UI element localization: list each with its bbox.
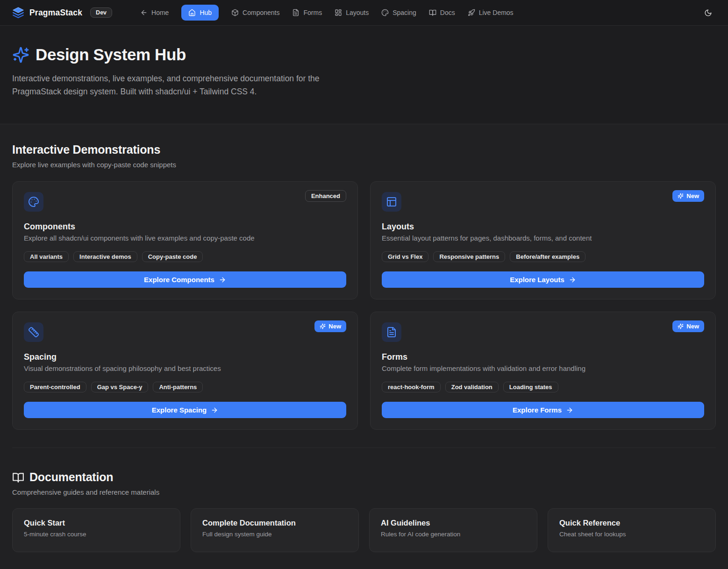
button-label: Explore Layouts — [510, 276, 564, 284]
tag: Before/after examples — [510, 251, 585, 262]
explore-components-button[interactable]: Explore Components — [24, 271, 346, 288]
nav-item-components[interactable]: Components — [231, 9, 279, 16]
book-open-icon — [12, 471, 24, 484]
nav-item-spacing-label: Spacing — [393, 9, 416, 16]
ruler-icon — [28, 327, 39, 338]
page-title: Design System Hub — [36, 45, 186, 64]
tag: Loading states — [503, 382, 558, 392]
tag: react-hook-form — [382, 382, 441, 392]
tag: Zod validation — [445, 382, 499, 392]
tag: Interactive demos — [73, 251, 137, 262]
page-description: Interactive demonstrations, live example… — [12, 72, 362, 99]
nav-item-docs[interactable]: Docs — [429, 9, 455, 16]
new-badge: New — [314, 320, 346, 332]
sparkles-icon — [320, 323, 326, 329]
nav-item-forms-label: Forms — [303, 9, 322, 16]
book-open-icon — [429, 9, 436, 16]
arrow-right-icon — [569, 276, 576, 284]
card-title: Layouts — [382, 222, 704, 232]
panels-top-left-icon — [386, 196, 397, 207]
nav-back-home[interactable]: Home — [140, 9, 169, 16]
demo-card-forms: New Forms Complete form implementations … — [370, 312, 716, 430]
main-content: Interactive Demonstrations Explore live … — [0, 124, 728, 552]
nav-item-layouts-label: Layouts — [346, 9, 369, 16]
moon-icon — [704, 9, 712, 17]
explore-spacing-button[interactable]: Explore Spacing — [24, 402, 346, 418]
demo-card-components: Enhanced Components Explore all shadcn/u… — [12, 181, 358, 299]
nav-item-live-demos[interactable]: Live Demos — [468, 9, 514, 16]
tag-row: Parent-controlled Gap vs Space-y Anti-pa… — [24, 382, 346, 392]
file-text-icon — [292, 9, 300, 16]
new-badge: New — [672, 320, 704, 332]
tag: Copy-paste code — [142, 251, 203, 262]
doc-card-description: Cheat sheet for lookups — [559, 531, 704, 538]
tag: Parent-controlled — [24, 382, 86, 392]
nav-item-spacing[interactable]: Spacing — [381, 9, 416, 16]
layers-logo-icon — [12, 7, 24, 19]
nav-item-hub-label: Hub — [200, 9, 212, 16]
package-icon — [231, 9, 239, 16]
enhanced-badge: Enhanced — [305, 190, 346, 202]
arrow-right-icon — [211, 406, 218, 414]
button-label: Explore Components — [144, 276, 214, 284]
nav-item-components-label: Components — [243, 9, 279, 16]
demos-section-subtitle: Explore live examples with copy-paste co… — [12, 161, 716, 169]
card-description: Visual demonstrations of spacing philoso… — [24, 364, 346, 372]
documentation-section: Documentation Comprehensive guides and r… — [12, 470, 716, 552]
doc-card-title: Quick Reference — [559, 519, 704, 527]
button-label: Explore Spacing — [152, 406, 207, 414]
hero-section: Design System Hub Interactive demonstrat… — [0, 26, 728, 124]
sparkles-icon — [678, 193, 684, 199]
components-card-tile — [24, 192, 43, 212]
house-icon — [188, 9, 196, 16]
explore-forms-button[interactable]: Explore Forms — [382, 402, 704, 418]
nav-item-layouts[interactable]: Layouts — [335, 9, 369, 16]
tag: Grid vs Flex — [382, 251, 428, 262]
tag-row: Grid vs Flex Responsive patterns Before/… — [382, 251, 704, 262]
card-title: Spacing — [24, 352, 346, 362]
demo-card-layouts: New Layouts Essential layout patterns fo… — [370, 181, 716, 299]
doc-card-description: Rules for AI code generation — [381, 531, 526, 538]
top-navbar: PragmaStack Dev Home Hub Components Form… — [0, 0, 728, 26]
new-badge: New — [672, 190, 704, 202]
button-label: Explore Forms — [513, 406, 562, 414]
doc-card-description: 5-minute crash course — [24, 531, 169, 538]
doc-card-quick-reference[interactable]: Quick Reference Cheat sheet for lookups — [548, 508, 716, 552]
arrow-left-icon — [140, 9, 148, 16]
tag: Gap vs Space-y — [91, 382, 149, 392]
docs-section-subtitle: Comprehensive guides and reference mater… — [12, 488, 716, 496]
badge-label: New — [686, 323, 699, 330]
spacing-card-tile — [24, 322, 43, 342]
doc-card-quick-start[interactable]: Quick Start 5-minute crash course — [12, 508, 180, 552]
badge-label: Enhanced — [311, 192, 340, 199]
nav-item-docs-label: Docs — [440, 9, 455, 16]
arrow-right-icon — [566, 406, 573, 414]
card-description: Essential layout patterns for pages, das… — [382, 234, 704, 242]
doc-card-title: Quick Start — [24, 519, 169, 527]
doc-card-complete-documentation[interactable]: Complete Documentation Full design syste… — [191, 508, 359, 552]
palette-icon — [28, 196, 39, 207]
section-divider — [12, 448, 716, 448]
explore-layouts-button[interactable]: Explore Layouts — [382, 271, 704, 288]
nav-back-home-label: Home — [151, 9, 169, 16]
file-text-icon — [386, 327, 397, 338]
doc-card-title: AI Guidelines — [381, 519, 526, 527]
tag-row: react-hook-form Zod validation Loading s… — [382, 382, 704, 392]
sparkles-icon — [12, 46, 29, 64]
badge-label: New — [328, 323, 341, 330]
theme-toggle-button[interactable] — [700, 5, 716, 21]
demos-section-title: Interactive Demonstrations — [12, 143, 716, 156]
nav-item-hub[interactable]: Hub — [181, 5, 219, 21]
palette-icon — [381, 9, 389, 16]
tag-row: All variants Interactive demos Copy-past… — [24, 251, 346, 262]
nav-item-forms[interactable]: Forms — [292, 9, 322, 16]
card-title: Forms — [382, 352, 704, 362]
arrow-right-icon — [219, 276, 226, 284]
tag: Anti-patterns — [153, 382, 203, 392]
layouts-card-tile — [382, 192, 401, 212]
doc-card-ai-guidelines[interactable]: AI Guidelines Rules for AI code generati… — [369, 508, 537, 552]
forms-card-tile — [382, 322, 401, 342]
docs-card-grid: Quick Start 5-minute crash course Comple… — [12, 508, 716, 552]
brand[interactable]: PragmaStack Dev — [12, 7, 112, 19]
nav-item-live-demos-label: Live Demos — [479, 9, 514, 16]
